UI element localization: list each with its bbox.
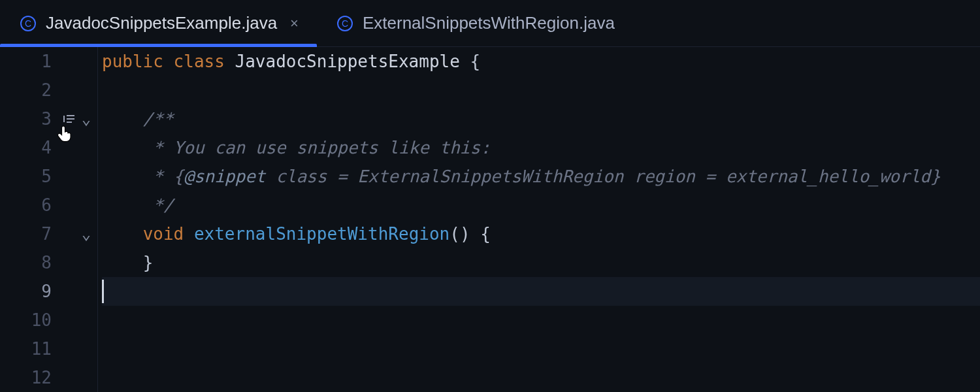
token-plain <box>460 52 470 71</box>
editor-gutter: 123⌄4567⌄89101112 <box>0 47 98 392</box>
code-line[interactable] <box>102 363 980 392</box>
line-number: 4 <box>0 133 58 162</box>
java-class-file-icon: C <box>336 15 353 32</box>
doc-comment: * You can use snippets like this: <box>102 138 491 157</box>
gutter-row: 12 <box>0 363 97 392</box>
gutter-row: 9 <box>0 277 97 306</box>
token-plain <box>163 52 174 71</box>
tab-bar: C JavadocSnippetsExample.java × C Extern… <box>0 0 980 47</box>
file-icon-glyph: C <box>25 18 31 29</box>
indent <box>102 167 143 186</box>
code-line[interactable]: } <box>102 248 980 277</box>
file-icon-glyph: C <box>342 18 348 29</box>
token-plain <box>184 224 194 244</box>
gutter-row: 4 <box>0 133 97 162</box>
token-doctag: @snippet <box>184 167 265 186</box>
chevron-down-icon[interactable]: ⌄ <box>80 114 92 124</box>
line-number: 5 <box>0 162 58 191</box>
chevron-down-icon[interactable]: ⌄ <box>80 229 92 239</box>
token-fn: externalSnippetWithRegion <box>194 224 449 244</box>
token-kw: public <box>102 52 163 71</box>
gutter-row: 3⌄ <box>0 105 97 133</box>
line-number: 9 <box>0 277 58 306</box>
code-editor[interactable]: 123⌄4567⌄89101112 public class JavadocSn… <box>0 47 980 392</box>
indent <box>102 253 143 272</box>
java-class-file-icon: C <box>20 15 37 32</box>
code-line[interactable] <box>102 306 980 335</box>
code-line[interactable]: */ <box>102 191 980 220</box>
line-number: 3 <box>0 105 58 133</box>
token-plain <box>225 52 235 71</box>
line-number: 12 <box>0 363 58 392</box>
render-doc-icon[interactable] <box>62 114 76 124</box>
token-brace: { <box>480 224 491 244</box>
editor-code-area[interactable]: public class JavadocSnippetsExample { /*… <box>98 47 980 392</box>
code-line[interactable]: * {@snippet class = ExternalSnippetsWith… <box>102 162 980 191</box>
line-number: 1 <box>0 47 58 76</box>
code-line[interactable]: public class JavadocSnippetsExample { <box>102 47 980 76</box>
line-number: 6 <box>0 191 58 220</box>
token-doc: class = ExternalSnippetsWithRegion regio… <box>265 167 940 186</box>
token-doc: * { <box>143 167 184 186</box>
tab-external-snippets-with-region[interactable]: C ExternalSnippetsWithRegion.java <box>317 0 633 46</box>
code-line[interactable] <box>102 335 980 363</box>
token-plain: () <box>449 224 480 244</box>
doc-comment: */ <box>102 195 174 215</box>
code-line[interactable] <box>102 277 980 306</box>
gutter-row: 7⌄ <box>0 220 97 248</box>
indent <box>102 224 143 244</box>
text-caret <box>102 280 104 303</box>
line-number: 11 <box>0 335 58 363</box>
gutter-row: 6 <box>0 191 97 220</box>
gutter-row: 5 <box>0 162 97 191</box>
tab-label: ExternalSnippetsWithRegion.java <box>363 13 615 33</box>
line-number: 8 <box>0 248 58 277</box>
gutter-row: 2 <box>0 76 97 105</box>
tab-label: JavadocSnippetsExample.java <box>46 13 277 33</box>
gutter-row: 1 <box>0 47 97 76</box>
gutter-row: 11 <box>0 335 97 363</box>
token-kw: class <box>174 52 225 71</box>
line-number: 7 <box>0 220 58 248</box>
code-line[interactable] <box>102 76 980 105</box>
code-line[interactable]: * You can use snippets like this: <box>102 133 980 162</box>
token-brace: } <box>143 253 154 272</box>
token-kw: void <box>143 224 184 244</box>
code-line[interactable]: /** <box>102 105 980 133</box>
doc-comment: /** <box>102 109 174 129</box>
line-number: 10 <box>0 306 58 335</box>
token-brace: { <box>470 52 481 71</box>
gutter-row: 8 <box>0 248 97 277</box>
close-icon[interactable]: × <box>290 16 299 31</box>
tab-javadoc-snippets-example[interactable]: C JavadocSnippetsExample.java × <box>0 0 317 46</box>
gutter-row: 10 <box>0 306 97 335</box>
token-type: JavadocSnippetsExample <box>235 52 460 71</box>
code-line[interactable]: void externalSnippetWithRegion() { <box>102 220 980 248</box>
line-number: 2 <box>0 76 58 105</box>
